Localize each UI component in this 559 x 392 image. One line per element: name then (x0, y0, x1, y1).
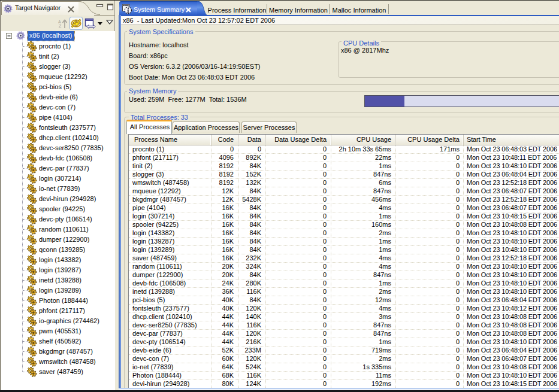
svg-text:Z: Z (59, 24, 62, 28)
svg-text:A: A (58, 20, 61, 24)
